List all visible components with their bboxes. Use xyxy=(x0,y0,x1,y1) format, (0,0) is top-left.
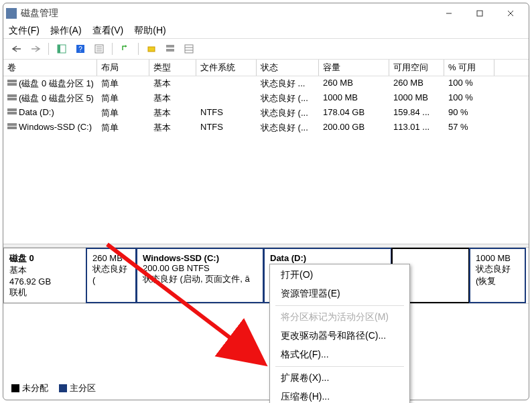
ctx-mark-active: 将分区标记为活动分区(M) xyxy=(270,308,409,327)
partition-context-menu: 打开(O) 资源管理器(E) 将分区标记为活动分区(M) 更改驱动器号和路径(C… xyxy=(269,264,410,403)
back-button[interactable] xyxy=(9,42,25,56)
svg-rect-12 xyxy=(148,47,155,52)
close-button[interactable] xyxy=(495,3,526,23)
separator xyxy=(275,305,404,306)
toolbar: ? xyxy=(3,38,529,60)
col-filesystem[interactable]: 文件系统 xyxy=(196,60,257,76)
volume-name: (磁盘 0 磁盘分区 5) xyxy=(19,93,94,103)
volume-row[interactable]: Windows-SSD (C:) 简单 基本 NTFS 状态良好 (... 20… xyxy=(3,120,529,135)
volume-name: Data (D:) xyxy=(19,107,54,117)
legend: 未分配 主分区 xyxy=(11,382,96,394)
col-type[interactable]: 类型 xyxy=(149,60,196,76)
disk-info[interactable]: 磁盘 0 基本 476.92 GB 联机 xyxy=(3,248,86,303)
list-button[interactable] xyxy=(181,42,197,56)
volume-icon xyxy=(7,98,17,100)
menu-file[interactable]: 文件(F) xyxy=(9,25,40,37)
window-controls xyxy=(434,3,526,23)
svg-rect-5 xyxy=(58,45,60,53)
minimize-button[interactable] xyxy=(434,3,464,23)
ctx-change-letter[interactable]: 更改驱动器号和路径(C)... xyxy=(270,327,409,345)
refresh-button[interactable] xyxy=(117,42,133,56)
volume-row[interactable]: (磁盘 0 磁盘分区 5) 简单 基本 状态良好 (... 1000 MB 10… xyxy=(3,91,529,106)
svg-rect-13 xyxy=(166,45,174,48)
disk-management-window: 磁盘管理 文件(F) 操作(A) 查看(V) 帮助(H) ? 卷 布局 类型 文… xyxy=(3,3,529,400)
volume-list[interactable]: (磁盘 0 磁盘分区 1) 简单 基本 状态良好 ... 260 MB 260 … xyxy=(3,76,529,244)
properties-button[interactable] xyxy=(91,42,107,56)
disk-status: 联机 xyxy=(9,287,27,297)
volume-icon xyxy=(7,112,17,114)
svg-text:?: ? xyxy=(78,46,82,53)
col-volume[interactable]: 卷 xyxy=(3,60,97,76)
maximize-button[interactable] xyxy=(464,3,495,23)
menubar: 文件(F) 操作(A) 查看(V) 帮助(H) xyxy=(3,23,529,38)
svg-rect-14 xyxy=(166,49,174,52)
separator xyxy=(275,366,404,367)
col-layout[interactable]: 布局 xyxy=(97,60,149,76)
forward-button[interactable] xyxy=(27,42,44,56)
col-status[interactable]: 状态 xyxy=(257,60,319,76)
legend-swatch-icon xyxy=(59,384,67,392)
ctx-format[interactable]: 格式化(F)... xyxy=(270,345,409,364)
col-pct-free[interactable]: % 可用 xyxy=(444,60,494,76)
window-title: 磁盘管理 xyxy=(21,7,434,19)
disk-name: 磁盘 0 xyxy=(9,253,34,263)
ctx-shrink-volume[interactable]: 压缩卷(H)... xyxy=(270,388,409,403)
titlebar: 磁盘管理 xyxy=(3,3,529,23)
menu-help[interactable]: 帮助(H) xyxy=(134,25,165,37)
disk-kind: 基本 xyxy=(9,265,27,275)
settings-button[interactable] xyxy=(162,42,178,56)
disk-graphic: 磁盘 0 基本 476.92 GB 联机 260 MB 状态良好 ( Windo… xyxy=(3,248,529,304)
menu-action[interactable]: 操作(A) xyxy=(50,25,82,37)
volume-row[interactable]: (磁盘 0 磁盘分区 1) 简单 基本 状态良好 ... 260 MB 260 … xyxy=(3,76,529,91)
svg-rect-15 xyxy=(185,45,193,53)
svg-rect-1 xyxy=(477,11,482,16)
col-free[interactable]: 可用空间 xyxy=(389,60,444,76)
show-hide-button[interactable] xyxy=(54,42,70,56)
app-icon xyxy=(6,8,17,19)
volume-name: (磁盘 0 磁盘分区 1) xyxy=(19,78,94,88)
volume-row[interactable]: Data (D:) 简单 基本 NTFS 状态良好 (... 178.04 GB… xyxy=(3,106,529,120)
help-toolbar-button[interactable]: ? xyxy=(72,42,88,56)
volume-list-header: 卷 布局 类型 文件系统 状态 容量 可用空间 % 可用 xyxy=(3,60,529,76)
volume-icon xyxy=(7,127,17,129)
disk-action-button[interactable] xyxy=(143,42,159,56)
ctx-explorer[interactable]: 资源管理器(E) xyxy=(270,285,409,303)
volume-icon xyxy=(7,83,17,86)
legend-swatch-icon xyxy=(11,384,19,392)
disk-size: 476.92 GB xyxy=(9,276,51,287)
volume-name: Windows-SSD (C:) xyxy=(19,122,92,132)
legend-primary: 主分区 xyxy=(59,382,96,394)
partition[interactable]: 260 MB 状态良好 ( xyxy=(86,248,137,303)
partition[interactable]: Windows-SSD (C:) 200.00 GB NTFS 状态良好 (启动… xyxy=(136,248,264,303)
ctx-open[interactable]: 打开(O) xyxy=(270,266,409,285)
menu-view[interactable]: 查看(V) xyxy=(92,25,124,37)
legend-unallocated: 未分配 xyxy=(11,382,48,394)
col-capacity[interactable]: 容量 xyxy=(319,60,389,76)
partition[interactable]: 1000 MB 状态良好 (恢复 xyxy=(469,248,526,303)
ctx-extend-volume[interactable]: 扩展卷(X)... xyxy=(270,369,409,388)
